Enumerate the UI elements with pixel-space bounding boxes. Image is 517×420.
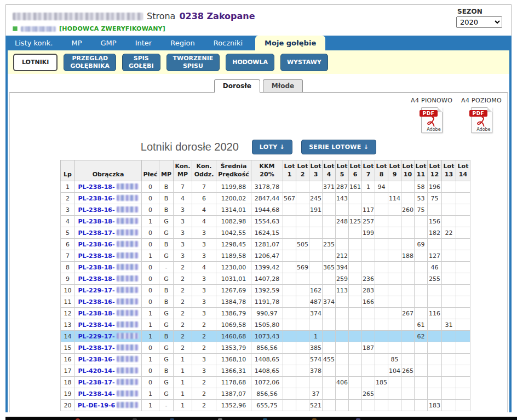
nav-item[interactable]: MP <box>62 36 91 50</box>
cell-kkm: 990,97 <box>251 308 283 319</box>
cell-lot-7 <box>362 365 375 377</box>
cell-kon-mp: 3 <box>174 227 192 239</box>
cell-lot-7 <box>362 400 375 411</box>
toolbar-button[interactable]: SPIS GOŁĘBI <box>122 54 160 71</box>
cell-kkm: 1399,42 <box>251 262 283 273</box>
season-select[interactable]: 2020 <box>456 16 502 28</box>
ring-link[interactable]: PL-238-17- <box>78 379 114 386</box>
redacted-ring-suffix <box>117 183 139 189</box>
cell-kon-oddz: 3 <box>192 227 216 239</box>
nav-item[interactable]: Region <box>161 36 204 50</box>
ring-link[interactable]: PL-229-17- <box>78 287 114 294</box>
toolbar-button[interactable]: TWORZENIE SPISU <box>166 54 220 71</box>
column-header: Lot 11 <box>415 160 428 181</box>
pdf-link[interactable]: A4 POZIOMOPDFAdobe <box>461 97 502 133</box>
cell-lot-14 <box>456 273 470 285</box>
toolbar-button-active[interactable]: LOTNIKI <box>13 54 58 71</box>
cell-lot-14 <box>456 262 470 273</box>
cell-lot-12 <box>428 377 442 388</box>
column-header: Lot 8 <box>375 160 388 181</box>
pdf-file-icon: PDFAdobe <box>471 107 492 133</box>
cell-lot-13 <box>442 365 456 377</box>
cell-lot-3: 191 <box>309 204 323 216</box>
ring-link[interactable]: PL-238-18- <box>78 310 114 317</box>
nav-item[interactable]: GMP <box>91 36 126 50</box>
ring-link[interactable]: PL-238-16- <box>78 356 114 363</box>
loty-button[interactable]: LOTY ↓ <box>252 140 292 154</box>
season-box: SEZON 2020 <box>456 8 502 28</box>
column-header: Kon. Oddz. <box>192 160 216 181</box>
nav-item-active[interactable]: Moje gołębie <box>255 36 325 50</box>
toolbar-button[interactable]: HODOWLA <box>226 54 274 71</box>
ring-link[interactable]: PL-238-18- <box>78 264 114 271</box>
toolbar-button[interactable]: WYSTAWY <box>280 54 328 71</box>
cell-kkm: 1408,65 <box>251 354 283 365</box>
cell-kkm: 1554,63 <box>251 216 283 227</box>
ring-link[interactable]: PL-238-14- <box>78 390 114 398</box>
cell-lot-7: 265 <box>362 388 375 400</box>
table-row: 3PL-238-16-0B341314,011944,6819111726075 <box>61 204 470 216</box>
cell-lp: 17 <box>61 365 75 377</box>
column-header: Lot 13 <box>442 160 456 181</box>
cell-lot-13 <box>442 239 456 250</box>
cell-lot-14 <box>456 308 470 319</box>
redacted-club-name <box>13 13 143 20</box>
cell-lp: 4 <box>61 216 75 227</box>
column-header: Lot 12 <box>428 160 442 181</box>
table-row: 11PL-238-16-0B231384,781191,78487374166 <box>61 296 470 308</box>
cell-lp: 9 <box>61 273 75 285</box>
ring-link[interactable]: PL-238-18- <box>78 275 114 283</box>
tab-mlode[interactable]: Młode <box>263 79 303 92</box>
cell-mp: G <box>159 273 174 285</box>
ring-link[interactable]: PL-238-16- <box>78 195 114 202</box>
cell-plec: 0 <box>142 273 159 285</box>
ring-link[interactable]: PL-229-17- <box>78 333 114 340</box>
nav-bar: Listy konk.MPGMPInterRegionRocznikiMoje … <box>5 36 512 50</box>
cell-lot-4: 371 <box>323 181 336 193</box>
ring-link[interactable]: PL-238-18- <box>78 252 114 260</box>
cell-lot-9: 104 <box>388 365 401 377</box>
ring-link[interactable]: PL-238-17- <box>78 344 114 352</box>
toolbar-button[interactable]: PRZEGLĄD GOŁĘBNIKA <box>64 54 116 71</box>
site-header: Strona 0238 Zakopane [HODOWCA ZWERYFIKOW… <box>5 4 512 36</box>
cell-lot-12: 156 <box>428 216 442 227</box>
cell-ring: PL-238-17- <box>75 342 142 354</box>
cell-lot-1 <box>283 354 296 365</box>
ring-link[interactable]: PL-238-14- <box>78 321 114 329</box>
ring-link[interactable]: PL-420-14- <box>78 367 114 375</box>
cell-lot-10 <box>401 193 415 204</box>
ring-link[interactable]: PL-238-16- <box>78 241 114 248</box>
toolbar: LOTNIKIPRZEGLĄD GOŁĘBNIKASPIS GOŁĘBITWOR… <box>8 50 509 74</box>
pdf-link[interactable]: A4 PIONOWOPDFAdobe <box>411 97 452 133</box>
cell-lot-10 <box>401 227 415 239</box>
cell-kon-mp: 2 <box>174 331 192 342</box>
ring-link[interactable]: PL-238-16- <box>78 298 114 306</box>
cell-plec: 0 <box>142 377 159 388</box>
cell-lot-9 <box>388 250 401 262</box>
cell-lot-9 <box>388 342 401 354</box>
cell-kkm: 1206,47 <box>251 250 283 262</box>
ring-link[interactable]: PL-238-16- <box>78 206 114 214</box>
column-header: KKM 20% <box>251 160 283 181</box>
cell-kon-oddz: 2 <box>192 377 216 388</box>
cell-kon-oddz: 3 <box>192 365 216 377</box>
cell-lot-1 <box>283 331 296 342</box>
cell-lot-9 <box>388 216 401 227</box>
cell-lot-8 <box>375 204 388 216</box>
tab-dorosle[interactable]: Dorosłe <box>214 79 260 93</box>
cell-lot-11 <box>415 377 428 388</box>
cell-kon-oddz: 3 <box>192 239 216 250</box>
cell-lot-14 <box>456 400 470 411</box>
cell-ring: PL-238-14- <box>75 319 142 331</box>
cell-lot-8 <box>375 400 388 411</box>
ring-link[interactable]: PL-238-18- <box>78 183 114 191</box>
ring-link[interactable]: PL-238-17- <box>78 229 114 237</box>
nav-item[interactable]: Inter <box>126 36 162 50</box>
nav-item[interactable]: Roczniki <box>204 36 252 50</box>
nav-item[interactable]: Listy konk. <box>5 36 62 50</box>
serie-lotowe-button[interactable]: SERIE LOTOWE ↓ <box>301 140 376 154</box>
ring-link[interactable]: PL-238-18- <box>78 218 114 225</box>
ring-link[interactable]: PL-DE-19-6 <box>78 402 115 409</box>
cell-lot-5 <box>336 342 349 354</box>
cell-lot-7: 187 <box>362 342 375 354</box>
